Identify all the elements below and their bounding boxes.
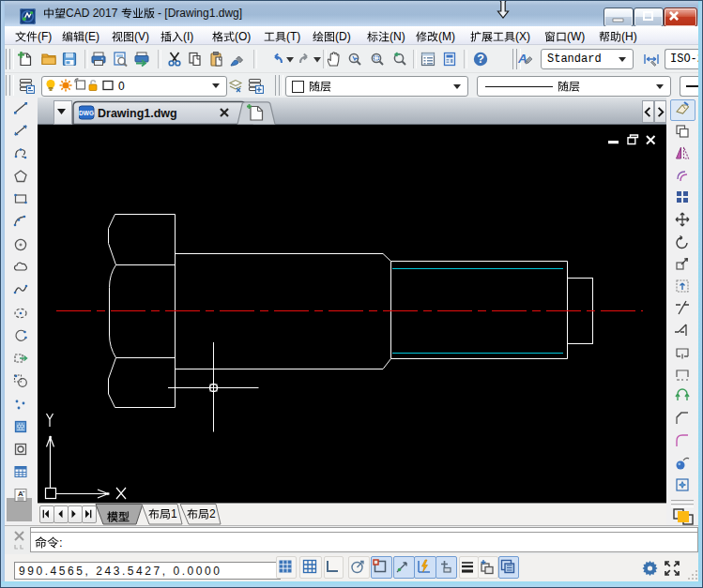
svg-text:A: A	[18, 490, 23, 498]
svg-text:?: ?	[477, 53, 484, 66]
svg-text:DWG: DWG	[79, 110, 94, 116]
